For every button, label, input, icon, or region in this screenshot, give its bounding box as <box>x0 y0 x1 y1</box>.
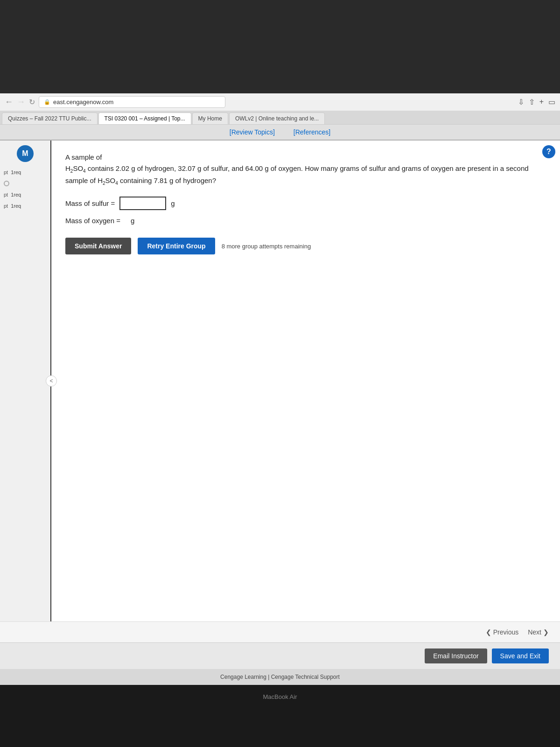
buttons-row: Submit Answer Retry Entire Group 8 more … <box>65 238 546 254</box>
lock-icon: 🔒 <box>44 99 50 105</box>
footer-buttons: Email Instructor Save and Exit <box>0 642 560 669</box>
address-text: east.cengagenow.com <box>53 99 113 106</box>
chevron-left-icon: ❮ <box>486 628 491 636</box>
browser-action-icons: ⇩ ⇧ + ▭ <box>518 98 555 106</box>
question-area: ? A sample of H2SO4 contains 2.02 g of h… <box>51 141 560 621</box>
browser-toolbar: ← → ↻ 🔒 east.cengagenow.com ⇩ ⇧ + ▭ <box>0 93 560 111</box>
macbook-label: MacBook Air <box>263 693 297 700</box>
sulfur-input[interactable] <box>119 197 166 210</box>
macbook-bar: MacBook Air <box>0 685 560 708</box>
sidebar-item-2 <box>0 179 50 188</box>
review-topics-link[interactable]: [Review Topics] <box>230 128 275 136</box>
references-link[interactable]: [References] <box>294 128 330 136</box>
tab-quizzes[interactable]: Quizzes – Fall 2022 TTU Public... <box>2 113 98 124</box>
retry-entire-group-button[interactable]: Retry Entire Group <box>138 238 215 254</box>
tab-owlv2[interactable]: OWLv2 | Online teaching and le... <box>229 113 325 124</box>
sidebar-item-4: pt 1req <box>0 201 50 211</box>
download-icon[interactable]: ⇩ <box>518 98 524 106</box>
forward-icon[interactable]: → <box>17 97 25 107</box>
tab-my-home[interactable]: My Home <box>192 113 228 124</box>
sidebar: M pt 1req pt 1req pt 1req < <box>0 141 51 621</box>
collapse-sidebar-button[interactable]: < <box>46 375 57 387</box>
cengage-learning-link[interactable]: Cengage Learning <box>220 674 266 680</box>
chevron-right-icon: ❯ <box>543 628 549 636</box>
top-nav: [Review Topics] [References] <box>0 125 560 141</box>
question-text: A sample of H2SO4 contains 2.02 g of hyd… <box>65 152 546 187</box>
sulfur-unit: g <box>171 199 175 207</box>
main-layout: M pt 1req pt 1req pt 1req < ? <box>0 141 560 621</box>
refresh-icon[interactable]: ↻ <box>29 98 35 106</box>
sulfur-label: Mass of sulfur = <box>65 199 115 207</box>
address-bar[interactable]: 🔒 east.cengagenow.com <box>39 96 225 108</box>
sidebar-req-3: 1req <box>11 192 21 197</box>
page-footer: Cengage Learning | Cengage Technical Sup… <box>0 669 560 685</box>
attempts-remaining-text: 8 more group attempts remaining <box>222 243 311 250</box>
tab-tsi[interactable]: TSI 0320 001 – Assigned | Top... <box>98 113 191 124</box>
email-instructor-button[interactable]: Email Instructor <box>425 648 487 663</box>
sidebar-pt-label-1: pt <box>4 169 8 175</box>
oxygen-label: Mass of oxygen = <box>65 217 120 225</box>
laptop-top-bezel <box>0 0 560 93</box>
browser-chrome: ← → ↻ 🔒 east.cengagenow.com ⇩ ⇧ + ▭ Quiz… <box>0 93 560 125</box>
save-and-exit-button[interactable]: Save and Exit <box>492 648 549 663</box>
back-icon[interactable]: ← <box>5 97 13 107</box>
oxygen-answer-row: Mass of oxygen = g <box>65 217 546 225</box>
page-content: [Review Topics] [References] M pt 1req p… <box>0 125 560 685</box>
help-icon[interactable]: ? <box>542 145 555 158</box>
tab-icon[interactable]: ▭ <box>548 98 555 106</box>
bottom-nav: ❮ Previous Next ❯ <box>0 621 560 642</box>
previous-link[interactable]: ❮ Previous <box>486 628 518 636</box>
sidebar-req-4: 1req <box>11 203 21 209</box>
sidebar-item-1: pt 1req <box>0 168 50 177</box>
sidebar-req-1: 1req <box>11 169 21 175</box>
sidebar-pt-label-3: pt <box>4 192 8 197</box>
oxygen-unit: g <box>131 217 134 225</box>
browser-tabs: Quizzes – Fall 2022 TTU Public... TSI 03… <box>0 111 560 124</box>
next-link[interactable]: Next ❯ <box>528 628 549 636</box>
cengage-support-link[interactable]: Cengage Technical Support <box>271 674 340 680</box>
question-intro: A sample of <box>65 153 102 161</box>
previous-label: Previous <box>493 628 518 636</box>
sidebar-pt-label-4: pt <box>4 203 8 209</box>
sidebar-dot-2 <box>4 181 9 186</box>
question-body: H2SO4 contains 2.02 g of hydrogen, 32.07… <box>65 164 529 184</box>
sidebar-item-3: pt 1req <box>0 190 50 199</box>
avatar: M <box>17 145 34 162</box>
sulfur-answer-row: Mass of sulfur = g <box>65 197 546 210</box>
share-icon[interactable]: ⇧ <box>529 98 535 106</box>
submit-answer-button[interactable]: Submit Answer <box>65 238 131 254</box>
plus-icon[interactable]: + <box>539 98 544 106</box>
next-label: Next <box>528 628 541 636</box>
